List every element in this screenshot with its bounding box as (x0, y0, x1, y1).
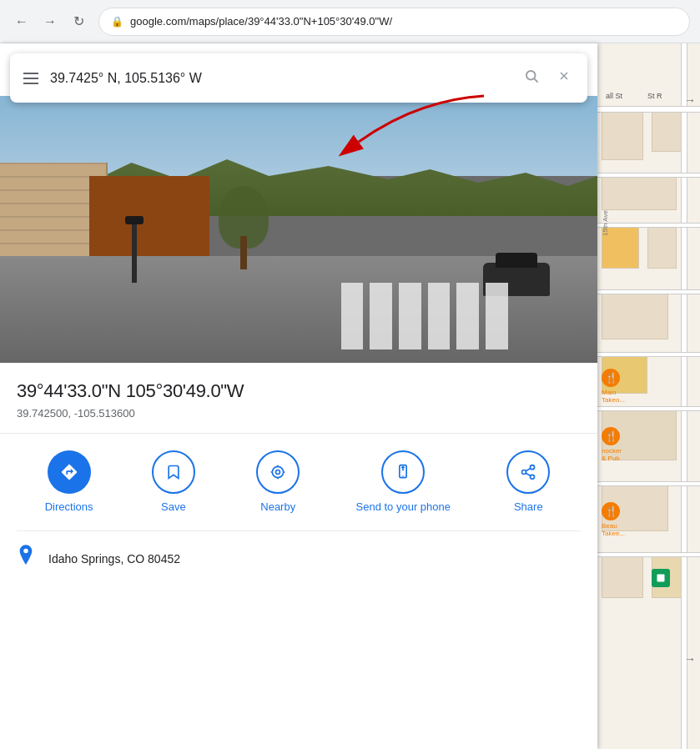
svg-point-0 (526, 71, 536, 80)
map-road-horizontal (597, 352, 700, 357)
map-road-horizontal (597, 481, 700, 486)
map-road-horizontal (597, 106, 700, 113)
directions-icon (48, 450, 91, 494)
nearby-button[interactable]: Nearby (244, 450, 311, 515)
forward-button[interactable]: → (38, 10, 62, 33)
send-to-phone-button[interactable]: Send to your phone (350, 450, 457, 515)
search-query: 39.7425° N, 105.5136° W (50, 71, 509, 86)
map-block (652, 110, 685, 152)
left-panel: 39.7425° N, 105.5136° W (0, 43, 597, 749)
search-bar: 39.7425° N, 105.5136° W (10, 53, 587, 103)
map-road-horizontal (597, 552, 700, 557)
nearby-icon (256, 450, 300, 494)
map-block (602, 110, 643, 160)
location-info: Idaho Springs, CO 80452 (0, 531, 597, 586)
hamburger-menu-icon[interactable] (23, 73, 38, 84)
svg-point-16 (531, 475, 535, 479)
location-address: Idaho Springs, CO 80452 (48, 552, 180, 566)
map-road-horizontal (597, 223, 700, 228)
share-button[interactable]: Share (495, 450, 562, 515)
place-details: 39°44'33.0"N 105°30'49.0"W 39.742500, -1… (0, 363, 597, 434)
location-pin-icon (17, 545, 35, 573)
search-button[interactable] (521, 65, 542, 91)
save-button[interactable]: Save (140, 450, 207, 515)
share-label: Share (514, 500, 543, 515)
url-text: google.com/maps/place/39°44'33.0"N+105°3… (130, 15, 677, 28)
svg-point-6 (273, 466, 284, 477)
lock-icon: 🔒 (111, 16, 123, 28)
directions-button[interactable]: Directions (36, 450, 103, 515)
map-road-horizontal (597, 173, 700, 178)
map-poi-nocker-pub[interactable]: 🍴 nocker & Pub (602, 427, 622, 462)
map-poi-main-takeout[interactable]: 🍴 Main Takeo... (602, 369, 625, 404)
clear-search-button[interactable] (554, 66, 574, 90)
refresh-button[interactable]: ↻ (67, 10, 90, 33)
map-road-horizontal (597, 289, 700, 294)
road-arrow: → (684, 93, 696, 107)
street-view-image (0, 96, 597, 363)
nav-buttons: ← → ↻ (10, 10, 90, 33)
map-panel[interactable]: → → all St St R 15th Ave 🍴 Main Takeo...… (597, 43, 700, 749)
map-road-vertical (681, 43, 687, 749)
map-block (602, 556, 643, 598)
address-bar[interactable]: 🔒 google.com/maps/place/39°44'33.0"N+105… (98, 8, 690, 36)
save-icon (152, 450, 195, 494)
map-block (602, 294, 668, 339)
send-to-phone-icon (381, 450, 425, 494)
road-arrow: → (684, 652, 696, 666)
main-container: 39.7425° N, 105.5136° W (0, 43, 700, 749)
svg-line-1 (534, 78, 537, 82)
browser-chrome: ← → ↻ 🔒 google.com/maps/place/39°44'33.0… (0, 0, 700, 43)
svg-point-5 (276, 470, 280, 474)
save-label: Save (161, 500, 186, 515)
svg-point-15 (522, 470, 526, 474)
svg-line-18 (526, 468, 531, 470)
svg-rect-19 (657, 575, 665, 582)
svg-line-17 (526, 473, 531, 475)
share-icon (506, 450, 550, 494)
map-street-label: all St (606, 92, 622, 100)
send-to-phone-label: Send to your phone (356, 500, 451, 515)
nearby-label: Nearby (260, 500, 295, 515)
map-street-label: St R (647, 92, 662, 100)
map-road-horizontal (597, 406, 700, 411)
place-title: 39°44'33.0"N 105°30'49.0"W (17, 380, 581, 404)
action-buttons: Directions Save (17, 434, 581, 532)
svg-point-14 (531, 465, 535, 469)
back-button[interactable]: ← (10, 10, 33, 33)
map-street-label-15th-ave: 15th Ave (602, 210, 609, 236)
map-block (602, 177, 677, 210)
map-block (647, 227, 677, 269)
directions-label: Directions (45, 500, 93, 515)
map-green-marker (652, 569, 670, 587)
place-coordinates: 39.742500, -105.513600 (17, 407, 581, 420)
map-poi-beau-takeout[interactable]: 🍴 Beau Takee... (602, 502, 625, 537)
map-background: → → all St St R 15th Ave 🍴 Main Takeo...… (597, 43, 700, 749)
